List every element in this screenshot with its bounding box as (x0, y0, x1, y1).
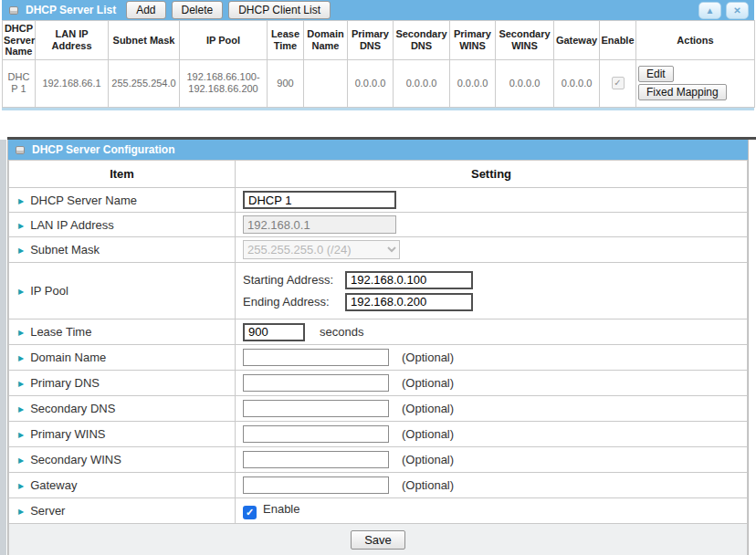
col-dhcp-server-name: DHCP Server Name (3, 21, 36, 60)
col-secondary-dns: Secondary DNS (394, 21, 450, 60)
secondary-wins-input[interactable] (243, 451, 389, 468)
row-secondary-dns: ▶Secondary DNS (Optional) (9, 396, 748, 422)
enable-checkbox-disabled[interactable]: ✓ (612, 77, 625, 89)
collapse-icon[interactable]: ▲ (698, 2, 721, 19)
lan-ip-address-input (243, 215, 396, 234)
server-label: ▶Server (9, 498, 236, 524)
item-header: Item (9, 161, 236, 188)
primary-dns-label: ▶Primary DNS (9, 371, 236, 396)
primary-wins-input[interactable] (243, 425, 389, 443)
col-subnet-mask: Subnet Mask (109, 21, 180, 60)
server-enable-checkbox[interactable]: ✓ (243, 506, 257, 519)
optional-note: (Optional) (402, 402, 454, 415)
bullet-icon: ▶ (18, 405, 24, 414)
cell-domain-name (304, 59, 348, 107)
dhcp-server-configuration-table: Item Setting ▶DHCP Server Name ▶LAN IP A… (8, 160, 748, 555)
row-ip-pool: ▶IP Pool Starting Address: Ending Addres… (9, 263, 748, 319)
row-lease-time: ▶Lease Time seconds (9, 319, 748, 345)
list-bottom-border (2, 108, 754, 110)
cell-lease-time: 900 (268, 59, 304, 107)
bullet-icon: ▶ (18, 482, 24, 490)
row-subnet-mask: ▶Subnet Mask 255.255.255.0 (/24) (9, 237, 748, 263)
bullet-icon: ▶ (18, 508, 24, 516)
starting-address-label: Starting Address: (243, 273, 345, 287)
cell-gateway: 0.0.0.0 (554, 59, 600, 107)
col-actions: Actions (636, 21, 755, 60)
delete-button[interactable]: Delete (172, 1, 224, 19)
cell-lan-ip: 192.168.66.1 (36, 59, 109, 107)
row-domain-name: ▶Domain Name (Optional) (9, 345, 748, 371)
dhcp-server-list-panel: DHCP Server List Add Delete DHCP Client … (2, 0, 754, 110)
domain-name-label: ▶Domain Name (9, 345, 236, 371)
col-primary-wins: Primary WINS (450, 21, 496, 60)
cell-subnet-mask: 255.255.254.0 (109, 59, 180, 107)
save-button[interactable]: Save (351, 530, 405, 550)
add-button[interactable]: Add (126, 1, 165, 19)
bullet-icon: ▶ (18, 380, 24, 388)
dhcp-server-list-table: DHCP Server Name LAN IP Address Subnet M… (2, 20, 755, 108)
col-lan-ip-address: LAN IP Address (36, 21, 109, 60)
cell-ip-pool: 192.168.66.100-192.168.66.200 (180, 59, 268, 107)
gateway-input[interactable] (243, 476, 389, 494)
subnet-mask-label: ▶Subnet Mask (9, 237, 236, 263)
dhcp-server-name-label: ▶DHCP Server Name (9, 188, 236, 213)
col-lease-time: Lease Time (268, 21, 304, 60)
ending-address-input[interactable] (345, 293, 473, 311)
panel-marker-icon (9, 6, 18, 15)
optional-note: (Optional) (402, 351, 454, 364)
col-ip-pool: IP Pool (180, 21, 268, 60)
bullet-icon: ▶ (18, 354, 24, 362)
config-footer-row: Save (9, 524, 748, 555)
col-primary-dns: Primary DNS (348, 21, 394, 60)
secondary-wins-label: ▶Secondary WINS (9, 447, 236, 473)
panel-title: DHCP Server List (26, 4, 116, 16)
row-dhcp-server-name: ▶DHCP Server Name (9, 188, 748, 213)
cell-primary-dns: 0.0.0.0 (348, 59, 394, 107)
panel-title: DHCP Server Configuration (32, 143, 174, 156)
dhcp-server-configuration-header-bar: DHCP Server Configuration (8, 140, 748, 160)
dhcp-client-list-button[interactable]: DHCP Client List (228, 1, 331, 19)
fixed-mapping-button[interactable]: Fixed Mapping (638, 84, 727, 100)
lease-time-label: ▶Lease Time (9, 319, 236, 345)
setting-header: Setting (236, 161, 748, 188)
table-row: DHCP 1 192.168.66.1 255.255.254.0 192.16… (3, 59, 755, 107)
row-primary-wins: ▶Primary WINS (Optional) (9, 422, 748, 447)
window-controls: ▲ ✕ (698, 2, 751, 19)
table-header-row: DHCP Server Name LAN IP Address Subnet M… (3, 21, 755, 60)
col-secondary-wins: Secondary WINS (496, 21, 554, 60)
gateway-label: ▶Gateway (9, 473, 236, 498)
secondary-dns-input[interactable] (243, 400, 389, 417)
cell-actions: Edit Fixed Mapping (636, 59, 755, 107)
row-secondary-wins: ▶Secondary WINS (Optional) (9, 447, 748, 473)
row-server: ▶Server ✓Enable (9, 498, 748, 524)
panel-marker-icon (16, 146, 25, 154)
primary-wins-label: ▶Primary WINS (9, 422, 236, 447)
close-icon[interactable]: ✕ (726, 2, 749, 19)
starting-address-input[interactable] (345, 271, 473, 289)
row-primary-dns: ▶Primary DNS (Optional) (9, 371, 748, 396)
bullet-icon: ▶ (18, 246, 24, 255)
bullet-icon: ▶ (18, 329, 24, 337)
secondary-dns-label: ▶Secondary DNS (9, 396, 236, 422)
primary-dns-input[interactable] (243, 374, 389, 392)
bullet-icon: ▶ (18, 197, 24, 205)
edit-button[interactable]: Edit (638, 66, 674, 82)
col-gateway: Gateway (554, 21, 600, 60)
optional-note: (Optional) (402, 376, 454, 390)
lease-time-input[interactable] (243, 323, 305, 341)
optional-note: (Optional) (402, 427, 454, 441)
bullet-icon: ▶ (18, 431, 24, 439)
cell-secondary-dns: 0.0.0.0 (394, 59, 450, 107)
col-domain-name: Domain Name (304, 21, 348, 60)
server-enable-label: Enable (263, 502, 299, 516)
bullet-icon: ▶ (18, 456, 24, 465)
config-header-row: Item Setting (9, 161, 748, 188)
cell-server-name: DHCP 1 (3, 59, 36, 107)
dhcp-server-name-input[interactable] (243, 191, 396, 209)
cell-secondary-wins: 0.0.0.0 (496, 59, 554, 107)
domain-name-input[interactable] (243, 349, 389, 366)
ending-address-label: Ending Address: (243, 295, 345, 309)
dhcp-server-list-header-bar: DHCP Server List Add Delete DHCP Client … (2, 0, 754, 20)
col-enable: Enable (600, 21, 636, 60)
dhcp-server-configuration-panel: DHCP Server Configuration Item Setting ▶… (7, 140, 749, 555)
